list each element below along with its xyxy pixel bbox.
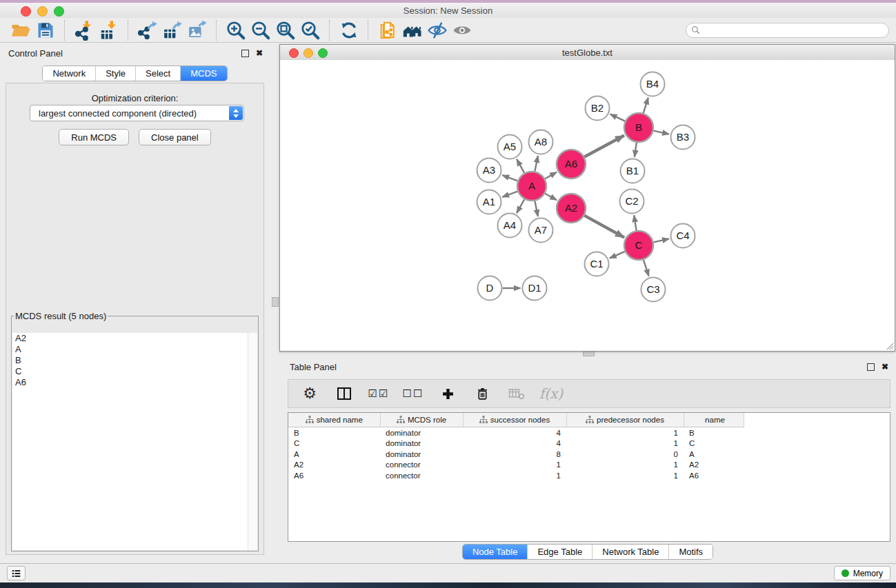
apply-layout-button[interactable]	[337, 19, 361, 42]
mcds-result-item[interactable]: C	[12, 366, 257, 377]
close-panel-button[interactable]: Close panel	[139, 129, 211, 145]
column-header[interactable]: successor nodes	[463, 413, 566, 427]
search-field[interactable]	[686, 23, 889, 38]
graph-edge[interactable]	[610, 114, 625, 121]
table-cell[interactable]: 0	[566, 449, 684, 460]
tab-style[interactable]: Style	[95, 66, 135, 81]
deselect-all-columns-button[interactable]: ☐☐	[404, 385, 422, 403]
save-session-button[interactable]	[33, 19, 58, 42]
result-scrollbar[interactable]	[248, 333, 257, 550]
session-details-button[interactable]	[375, 19, 400, 42]
table-row[interactable]: A6connector11A6	[288, 470, 744, 481]
export-network-button[interactable]	[135, 19, 160, 42]
table-cell[interactable]: 1	[566, 438, 684, 449]
mcds-result-item[interactable]: A	[12, 344, 257, 355]
export-image-button[interactable]	[185, 19, 210, 42]
zoom-fit-button[interactable]	[273, 19, 298, 42]
table-cell[interactable]: C	[288, 438, 380, 449]
graph-edge[interactable]	[584, 135, 624, 156]
search-input[interactable]	[704, 23, 888, 37]
memory-button[interactable]: Memory	[834, 566, 890, 580]
delete-table-button[interactable]	[508, 385, 526, 403]
table-row[interactable]: Adominator80A	[288, 449, 744, 460]
table-settings-button[interactable]: ⚙	[301, 385, 319, 403]
home-button[interactable]	[400, 19, 425, 42]
zoom-out-button[interactable]	[248, 19, 273, 42]
tab-network[interactable]: Network	[43, 66, 95, 81]
network-canvas[interactable]: B4B2BB3A5A8A6B1A3AA1C2A2A4A7C4CC1C3DD1	[280, 60, 895, 351]
table-cell[interactable]: 1	[463, 460, 566, 471]
column-header[interactable]: name	[684, 413, 744, 427]
task-history-button[interactable]	[7, 566, 26, 580]
run-mcds-button[interactable]: Run MCDS	[59, 129, 129, 145]
create-column-button[interactable]	[439, 385, 457, 403]
graph-edge[interactable]	[610, 252, 625, 258]
table-cell[interactable]: B	[684, 427, 744, 438]
table-cell[interactable]: 4	[463, 438, 566, 449]
graph-edge[interactable]	[517, 159, 524, 173]
tab-select[interactable]: Select	[135, 66, 180, 81]
hide-panels-button[interactable]	[425, 19, 450, 42]
table-cell[interactable]: dominator	[380, 438, 463, 449]
criterion-dropdown[interactable]: largest connected component (directed)	[30, 105, 244, 121]
import-network-button[interactable]	[72, 19, 97, 42]
tab-mcds[interactable]: MCDS	[180, 66, 226, 81]
open-session-button[interactable]	[8, 19, 33, 42]
table-cell[interactable]: A	[684, 449, 744, 460]
column-header[interactable]: shared name	[288, 413, 380, 427]
table-cell[interactable]: 8	[463, 449, 566, 460]
table-cell[interactable]: 1	[463, 470, 566, 481]
float-panel-icon[interactable]	[867, 363, 875, 371]
table-cell[interactable]: A	[288, 449, 380, 460]
graph-edge[interactable]	[644, 98, 648, 113]
graph-edge[interactable]	[653, 131, 668, 134]
table-cell[interactable]: connector	[380, 470, 463, 481]
tab-network-table[interactable]: Network Table	[592, 545, 668, 559]
graph-edge[interactable]	[502, 175, 517, 181]
column-browser-button[interactable]	[335, 385, 353, 403]
mcds-result-item[interactable]: A6	[12, 377, 257, 388]
table-cell[interactable]: A6	[288, 470, 380, 481]
graph-edge[interactable]	[635, 143, 637, 157]
graph-edge[interactable]	[545, 172, 557, 179]
resize-grip-icon[interactable]	[886, 342, 894, 350]
table-cell[interactable]: C	[684, 438, 744, 449]
table-row[interactable]: Bdominator41B	[288, 427, 744, 438]
table-cell[interactable]: A6	[684, 470, 744, 481]
graph-edge[interactable]	[584, 216, 624, 238]
table-cell[interactable]: dominator	[380, 449, 463, 460]
table-row[interactable]: A2connector11A2	[288, 460, 744, 471]
delete-columns-button[interactable]	[473, 385, 491, 403]
import-table-button[interactable]	[97, 19, 121, 42]
select-all-columns-button[interactable]: ☑☑	[370, 385, 388, 403]
graph-edge[interactable]	[644, 260, 649, 276]
graph-edge[interactable]	[517, 199, 524, 213]
table-cell[interactable]: A2	[684, 460, 744, 471]
graph-edge[interactable]	[535, 201, 538, 216]
table-cell[interactable]: 4	[463, 427, 566, 438]
function-builder-button[interactable]: f(x)	[542, 385, 560, 403]
tab-motifs[interactable]: Motifs	[668, 545, 713, 559]
zoom-in-button[interactable]	[223, 19, 248, 42]
float-panel-icon[interactable]	[241, 50, 249, 57]
show-panels-button[interactable]	[450, 19, 475, 42]
table-row[interactable]: Cdominator41C	[288, 438, 744, 449]
table-cell[interactable]: A2	[288, 460, 380, 471]
tab-node-table[interactable]: Node Table	[463, 545, 528, 559]
table-cell[interactable]: 1	[566, 427, 684, 438]
mcds-result-item[interactable]: A2	[12, 333, 257, 344]
graph-edge[interactable]	[502, 192, 517, 197]
graph-edge[interactable]	[535, 156, 538, 171]
table-cell[interactable]: B	[288, 427, 380, 438]
column-header[interactable]: predecessor nodes	[566, 413, 684, 427]
graph-edge[interactable]	[545, 194, 557, 200]
graph-edge[interactable]	[653, 239, 668, 242]
close-panel-icon[interactable]: ✖	[882, 363, 888, 371]
network-window-titlebar[interactable]: testGlobe.txt	[280, 45, 895, 61]
table-cell[interactable]: 1	[566, 460, 684, 471]
table-cell[interactable]: 1	[566, 470, 684, 481]
column-header[interactable]: MCDS role	[380, 413, 463, 427]
graph-edge[interactable]	[634, 215, 636, 230]
zoom-selected-button[interactable]	[298, 19, 323, 42]
export-table-button[interactable]	[160, 19, 185, 42]
